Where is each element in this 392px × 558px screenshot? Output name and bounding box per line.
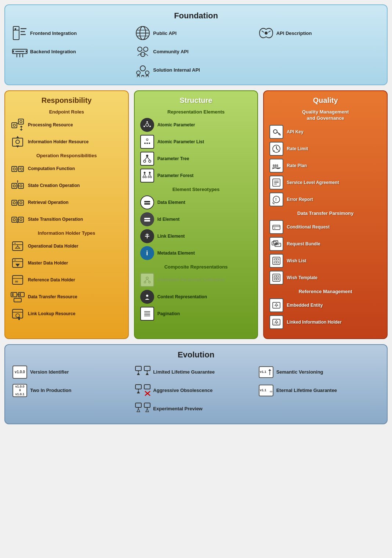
svg-rect-172 <box>135 403 141 407</box>
svg-rect-28 <box>18 119 23 124</box>
id-element-icon <box>140 212 155 227</box>
aggressive-obsolescence-icon <box>135 383 150 398</box>
composite-representations-subtitle: Composite Representations <box>140 264 253 270</box>
information-holder-resource-item: Information Holder Resource <box>10 134 123 149</box>
community-api-icon <box>135 44 150 59</box>
middle-row: Responsibility Endpoint Roles Pro <box>4 90 388 339</box>
context-representation-item: Context Representation <box>140 289 253 304</box>
svg-point-110 <box>146 277 148 279</box>
svg-marker-32 <box>20 129 23 131</box>
responsibility-section: Responsibility Endpoint Roles Pro <box>4 90 129 339</box>
data-element-icon <box>140 195 155 210</box>
quality-management-subtitle: Quality Managementand Governance <box>269 109 382 122</box>
svg-point-73 <box>19 295 21 296</box>
master-data-holder-label: Master Data Holder <box>28 260 68 266</box>
svg-point-53 <box>20 202 22 204</box>
svg-line-113 <box>145 279 147 281</box>
id-element-label: Id Element <box>157 217 180 222</box>
svg-point-94 <box>143 176 144 178</box>
experimental-preview-icon <box>135 402 150 416</box>
svg-point-82 <box>149 126 151 127</box>
svg-line-127 <box>276 149 278 150</box>
annotated-param-collection-label: Annotated Parameter Collection <box>157 277 225 282</box>
two-in-production-label: Limited Lifetime Guarantee <box>153 369 215 375</box>
foundation-section: Foundation <box>4 4 388 85</box>
svg-rect-105 <box>144 218 150 219</box>
context-representation-label: Context Representation <box>157 294 207 299</box>
svg-line-96 <box>144 174 145 177</box>
conditional-request-icon <box>269 220 284 234</box>
solution-internal-api-icon <box>135 62 150 77</box>
retrieval-operation-label: Retrieval Operation <box>28 200 69 205</box>
context-representation-icon <box>140 289 155 304</box>
master-data-holder-icon <box>10 256 25 270</box>
id-element-item: Id Element <box>140 212 253 227</box>
svg-point-90 <box>149 160 151 162</box>
wish-template-label: Wish Template <box>287 275 317 280</box>
two-in-production-icon <box>135 365 150 379</box>
data-element-item: Data Element <box>140 195 253 210</box>
svg-point-56 <box>13 219 15 221</box>
svg-rect-160 <box>135 366 141 371</box>
experimental-preview-label: Experimental Preview <box>153 406 202 411</box>
svg-point-71 <box>19 293 21 295</box>
svg-point-116 <box>146 295 148 297</box>
api-description-label: API Description <box>276 30 312 36</box>
wish-list-label: Wish List <box>287 258 306 263</box>
svg-point-58 <box>20 219 22 221</box>
operational-data-holder-icon <box>10 239 25 253</box>
state-creation-operation-label: State Creation Operation <box>28 183 80 188</box>
svg-marker-31 <box>20 126 23 127</box>
responsibility-title: Responsibility <box>10 96 123 105</box>
evolution-col-1: v1.0.0 Version Identifier v1.0.0 ⬇ v1.0.… <box>12 365 133 416</box>
svg-point-86 <box>146 143 148 144</box>
evolution-section: Evolution v1.0.0 Version Identifier v1.0… <box>4 344 388 424</box>
svg-rect-26 <box>12 123 17 128</box>
operational-data-holder-item: Operational Data Holder <box>10 239 123 253</box>
svg-marker-36 <box>16 136 19 138</box>
structure-section: Structure Representation Elements Atomic… <box>134 90 258 339</box>
version-identifier-item: v1.0.0 Version Identifier <box>12 365 133 379</box>
backend-integration-item: Backend Integration <box>12 44 133 59</box>
frontend-integration-item: Frontend Integration <box>12 26 133 40</box>
svg-point-88 <box>146 155 148 157</box>
link-element-label: Link Element <box>157 234 185 239</box>
embedded-entity-label: Embedded Entity <box>287 303 323 308</box>
api-description-item: API Description <box>259 26 380 40</box>
svg-rect-142 <box>273 257 280 264</box>
api-description-icon <box>259 26 273 40</box>
element-stereotypes-subtitle: Element Stereotypes <box>140 187 253 192</box>
svg-marker-163 <box>146 372 149 375</box>
data-element-label: Data Element <box>157 200 185 205</box>
api-key-label: API Key <box>287 129 303 134</box>
svg-point-84 <box>146 139 148 141</box>
svg-point-112 <box>148 281 150 283</box>
link-lookup-resource-icon <box>10 306 25 321</box>
information-holder-types-subtitle: Information Holder Types <box>10 230 123 236</box>
processing-resource-label: Processing Resource <box>28 122 73 127</box>
svg-marker-154 <box>275 303 278 306</box>
link-element-item: Link Element <box>140 229 253 244</box>
processing-resource-item: Processing Resource <box>10 118 123 132</box>
svg-marker-180 <box>268 369 271 371</box>
foundation-col-1: Frontend Integration <box>12 26 133 77</box>
embedded-entity-icon <box>269 298 284 313</box>
error-report-label: Error Report <box>287 197 313 202</box>
atomic-parameter-item: Atomic Parameter <box>140 118 253 132</box>
parameter-forest-label: Parameter Forest <box>157 173 194 178</box>
metadata-element-icon: i <box>140 246 155 260</box>
information-holder-icon <box>10 134 25 149</box>
svg-point-35 <box>16 140 19 144</box>
reference-data-holder-icon: ∞ <box>10 273 25 287</box>
limited-lifetime-item: v1.1 Semantic Versioning <box>259 365 380 379</box>
svg-line-102 <box>150 174 151 177</box>
atomic-parameter-icon <box>140 118 155 132</box>
request-bundle-icon <box>269 237 284 251</box>
frontend-integration-label: Frontend Integration <box>30 30 77 36</box>
embedded-entity-item: Embedded Entity <box>269 298 382 313</box>
svg-text:∞: ∞ <box>270 389 272 393</box>
sla-icon <box>269 175 284 190</box>
reference-management-subtitle: Reference Management <box>269 289 382 295</box>
reference-data-holder-item: ∞ Reference Data Holder <box>10 273 123 287</box>
service-level-agreement-item: Service Level Agreement <box>269 175 382 190</box>
